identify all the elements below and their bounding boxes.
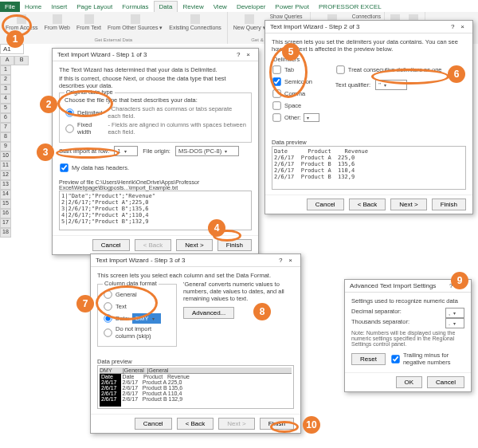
th-label: Thousands separator: bbox=[351, 318, 409, 325]
dlg2-next[interactable]: Next > bbox=[390, 198, 426, 210]
ring-6 bbox=[371, 69, 449, 84]
callout-3: 3 bbox=[37, 143, 54, 161]
tab-formulas[interactable]: Formulas bbox=[117, 2, 153, 12]
dlg1-back[interactable]: < Back bbox=[135, 239, 172, 251]
dlg2-preview-label: Data preview bbox=[272, 139, 466, 146]
qualifier-label: Text qualifier: bbox=[335, 81, 370, 88]
dlg3-preview-label: Data preview bbox=[97, 358, 294, 365]
callout-7: 7 bbox=[76, 295, 94, 312]
dlg4-ok[interactable]: OK bbox=[396, 376, 423, 388]
close-icon[interactable]: × bbox=[243, 51, 253, 58]
dlg3-back[interactable]: < Back bbox=[177, 418, 214, 430]
tab-profexcel[interactable]: PROFESSOR EXCEL bbox=[314, 2, 386, 12]
dlg3-hint: 'General' converts numeric values to num… bbox=[183, 281, 294, 302]
tab-data[interactable]: Data bbox=[154, 1, 178, 12]
callout-1: 1 bbox=[6, 30, 24, 48]
decimal-sep-select[interactable]: , bbox=[445, 308, 464, 318]
advanced-button[interactable]: Advanced... bbox=[183, 307, 234, 319]
dlg3-line1: This screen lets you select each column … bbox=[97, 272, 294, 279]
btn-existing-conn[interactable]: Existing Connections bbox=[167, 14, 223, 32]
origin-label: File origin: bbox=[143, 147, 170, 155]
callout-6: 6 bbox=[448, 65, 465, 83]
callout-5: 5 bbox=[282, 43, 300, 61]
tab-powerpivot[interactable]: Power Pivot bbox=[270, 2, 314, 12]
tab-home[interactable]: Home bbox=[20, 2, 46, 12]
btn-new-query[interactable]: New Query ▾ bbox=[231, 14, 268, 32]
dlg2-cancel[interactable]: Cancel bbox=[307, 198, 344, 210]
callout-10: 10 bbox=[303, 416, 320, 434]
origin-select[interactable]: MS-DOS (PC-8) bbox=[175, 146, 239, 156]
dlg2-back[interactable]: < Back bbox=[349, 198, 386, 210]
dlg4-line1: Settings used to recognize numeric data bbox=[351, 297, 464, 305]
btn-show-queries[interactable]: Show Queries bbox=[270, 14, 307, 19]
dlg3-cancel[interactable]: Cancel bbox=[135, 418, 172, 430]
dialog-step3: Text Import Wizard - Step 3 of 3 ?× This… bbox=[90, 253, 301, 434]
opt-fixed[interactable]: Fixed width- Fields are aligned in colum… bbox=[65, 121, 246, 136]
dlg3-title: Text Import Wizard - Step 3 of 3 bbox=[96, 257, 185, 264]
ring-3 bbox=[56, 147, 120, 159]
dlg4-title: Advanced Text Import Settings bbox=[350, 282, 436, 289]
help-icon[interactable]: ? bbox=[448, 23, 457, 30]
group-get-external: From Access From Web From Text From Othe… bbox=[0, 12, 228, 44]
callout-8: 8 bbox=[253, 303, 271, 320]
fmt-skip[interactable]: Do not import column (skip) bbox=[103, 325, 171, 340]
dlg2-title: Text Import Wizard - Step 2 of 3 bbox=[270, 23, 359, 30]
close-icon[interactable]: × bbox=[457, 23, 468, 30]
dlg2-finish[interactable]: Finish bbox=[432, 198, 466, 210]
dlg1-line1: The Text Wizard has determined that your… bbox=[59, 66, 252, 73]
tab-insert[interactable]: Insert bbox=[46, 2, 72, 12]
dlg3-preview[interactable]: DMY |General |General Date 2/6/17 2/6/17… bbox=[97, 365, 294, 409]
trailing-minus-check[interactable]: Trailing minus for negative numbers bbox=[390, 352, 464, 366]
dlg1-next[interactable]: Next > bbox=[176, 239, 212, 251]
callout-4: 4 bbox=[208, 219, 225, 237]
dlg1-title: Text Import Wizard - Step 1 of 3 bbox=[57, 51, 147, 58]
dlg2-line1: This screen lets you set the delimiters … bbox=[272, 38, 466, 53]
tab-review[interactable]: Review bbox=[178, 2, 208, 12]
help-icon[interactable]: ? bbox=[276, 257, 285, 264]
btn-from-other[interactable]: From Other Sources ▾ bbox=[105, 14, 165, 32]
dlg1-line2: If this is correct, choose Next, or choo… bbox=[59, 75, 252, 89]
help-icon[interactable]: ? bbox=[233, 51, 243, 58]
btn-connections[interactable]: Connections bbox=[352, 14, 381, 19]
thousands-sep-select[interactable]: . bbox=[445, 318, 464, 328]
tab-developer[interactable]: Developer bbox=[232, 2, 270, 12]
tab-view[interactable]: View bbox=[209, 2, 232, 12]
tab-pagelayout[interactable]: Page Layout bbox=[72, 2, 117, 12]
ribbon-tabs: File Home Insert Page Layout Formulas Da… bbox=[0, 0, 478, 12]
tab-file[interactable]: File bbox=[0, 2, 20, 12]
dlg1-cancel[interactable]: Cancel bbox=[92, 239, 130, 251]
dlg4-cancel[interactable]: Cancel bbox=[427, 376, 464, 388]
dlg4-note: Note: Numbers will be displayed using th… bbox=[351, 330, 464, 347]
callout-9: 9 bbox=[451, 272, 468, 289]
close-icon[interactable]: × bbox=[285, 257, 296, 264]
preview-label: Preview of file C:\Users\Henrik\OneDrive… bbox=[59, 179, 252, 191]
delim-space[interactable]: Space bbox=[272, 100, 319, 111]
reset-button[interactable]: Reset bbox=[351, 353, 386, 365]
dec-label: Decimal separator: bbox=[351, 308, 402, 315]
ring-7 bbox=[96, 285, 158, 320]
btn-from-text[interactable]: From Text bbox=[74, 14, 104, 32]
dialog-advanced: Advanced Text Import Settings ?× Setting… bbox=[344, 279, 472, 392]
dlg3-next[interactable]: Next > bbox=[218, 418, 254, 430]
delim-other[interactable]: Other: bbox=[272, 112, 319, 123]
dlg2-preview[interactable]: Date Product Revenue 2/6/17 Product A 22… bbox=[272, 146, 466, 190]
callout-2: 2 bbox=[40, 96, 57, 113]
btn-from-web[interactable]: From Web bbox=[41, 14, 72, 32]
ring-2 bbox=[57, 90, 113, 117]
headers-checkbox[interactable]: My data has headers. bbox=[59, 163, 252, 173]
ring-10 bbox=[270, 421, 299, 433]
